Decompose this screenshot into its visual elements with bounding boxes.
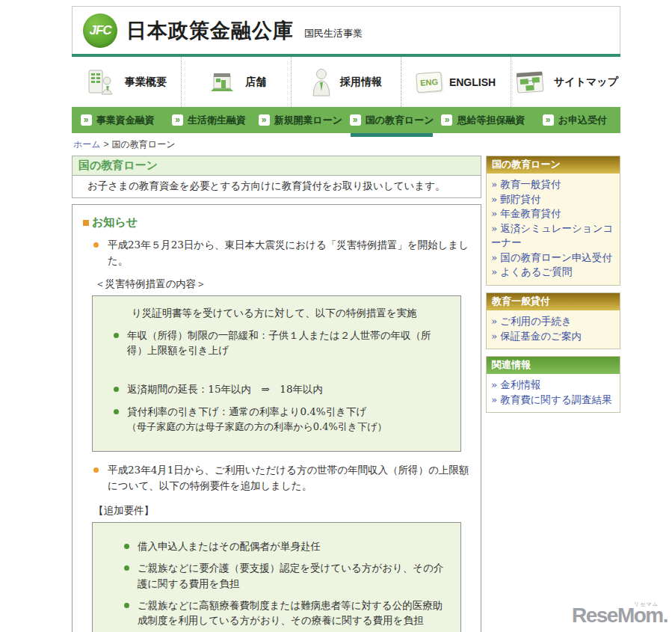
main-nav-label: 国の教育ローン [366, 114, 434, 127]
green-bullet-icon [124, 544, 129, 549]
main-nav-new-business-loans[interactable]: » 新規開業ローン [255, 107, 346, 133]
news-box: お知らせ 平成23年５月23日から、東日本大震災における「災害特例措置」を開始し… [72, 204, 481, 632]
sidebar-link-faq[interactable]: »よくあるご質問 [491, 265, 615, 280]
section-title: ＜災害特例措置の内容＞ [95, 277, 470, 291]
double-chevron-icon: » [491, 330, 497, 342]
sidebar-link-loan-application[interactable]: »国の教育ローン申込受付 [491, 251, 615, 266]
measure-item: 貸付利率の引き下げ：通常の利率より0.4%引き下げ （母子家庭の方は母子家庭の方… [114, 404, 450, 435]
section-title: 【追加要件】 [93, 504, 470, 518]
double-chevron-icon: » [259, 114, 270, 126]
site-header: JFC 日本政策金融公庫 国民生活事業 [72, 6, 620, 54]
requirement-item: ご親族などに要介護（要支援）認定を受けている方がおり、その介護に関する費用を負担 [124, 560, 450, 591]
requirement-text: ご親族などに高額療養費制度または難病患者等に対する公的医療助成制度を利用している… [138, 598, 450, 628]
requirement-text: ご親族などに要介護（要支援）認定を受けている方がおり、その介護に関する費用を負担 [138, 560, 450, 591]
measure-text: 年収（所得）制限の一部緩和：子供１人または２人世帯の年収（所得）上限額を引き上げ [127, 328, 450, 358]
content-area: JFC 日本政策金融公庫 国民生活事業 事 [72, 0, 620, 632]
main-nav-label: お申込受付 [558, 114, 607, 127]
sidebar-link-repayment-simulation[interactable]: »返済シミュレーションコーナー [491, 221, 615, 251]
requirements-box: 借入申込人またはその配偶者が単身赴任 ご親族などに要介護（要支援）認定を受けてい… [92, 522, 461, 632]
sidebar-box-related-info: 関連情報 »金利情報 »教育費に関する調査結果 [486, 356, 620, 413]
sitemap-icon [514, 69, 546, 96]
utility-nav: 事業概要 店舗 [72, 57, 620, 107]
notice-text: 平成23年５月23日から、東日本大震災における「災害特例措置」を開始しました。 [108, 237, 470, 269]
store-icon [206, 67, 238, 97]
double-chevron-icon: » [81, 114, 92, 126]
requirement-item: 借入申込人またはその配偶者が単身赴任 [124, 539, 450, 553]
green-bullet-icon [114, 409, 119, 414]
double-chevron-icon: » [441, 114, 452, 126]
utility-nav-english[interactable]: ENG ENGLISH [401, 57, 511, 107]
page: JFC 日本政策金融公庫 国民生活事業 事 [0, 0, 672, 632]
square-bullet-icon [83, 220, 89, 226]
double-chevron-icon: » [491, 207, 497, 219]
sidebar-box-title: 国の教育ローン [487, 156, 620, 174]
notice-text: 平成23年4月1日から、ご利用いただける方の世帯の年間収入（所得）の上限額につい… [108, 462, 470, 494]
utility-nav-sitemap[interactable]: サイトマップ [511, 57, 620, 107]
jfc-logo-text: JFC [89, 23, 111, 38]
watermark-ruby: リセマム [634, 601, 659, 608]
utility-nav-label: サイトマップ [554, 76, 618, 89]
sidebar-link-education-general[interactable]: »教育一般貸付 [491, 177, 615, 192]
sidebar-box-title: 関連情報 [487, 357, 620, 374]
green-bullet-icon [124, 603, 129, 608]
main-nav-label: 新規開業ローン [274, 114, 343, 127]
main-nav-education-loan[interactable]: » 国の教育ローン [346, 107, 437, 133]
requirement-item: ご親族などに高額療養費制度または難病患者等に対する公的医療助成制度を利用している… [124, 598, 450, 628]
person-icon [310, 67, 333, 97]
utility-nav-label: ENGLISH [449, 76, 496, 88]
main-nav-label: 事業資金融資 [96, 114, 155, 127]
measure-item: 返済期間の延長：15年以内 ⇒ 18年以内 [114, 381, 450, 396]
green-bullet-icon [124, 565, 129, 571]
utility-nav-stores[interactable]: 店舗 [182, 57, 292, 107]
breadcrumb-home-link[interactable]: ホーム [73, 139, 101, 150]
site-title: 日本政策金融公庫 [126, 17, 294, 44]
double-chevron-icon: » [350, 114, 361, 126]
breadcrumb-current: 国の教育ローン [112, 139, 176, 150]
sidebar-link-pension-education[interactable]: »年金教育貸付 [491, 206, 615, 221]
sidebar-box-title: 教育一般貸付 [487, 293, 620, 310]
utility-nav-recruit[interactable]: 採用情報 [292, 57, 401, 107]
measure-subtext: （母子家庭の方は母子家庭の方の利率から0.4%引き下げ） [127, 421, 386, 432]
sidebar-link-postal-savings[interactable]: »郵貯貸付 [491, 192, 615, 207]
sidebar-link-procedures[interactable]: »ご利用の手続き [491, 314, 615, 329]
utility-nav-label: 店舗 [245, 76, 266, 89]
utility-nav-business-overview[interactable]: 事業概要 [72, 57, 182, 107]
main-nav-label: 恩給等担保融資 [457, 114, 525, 127]
double-chevron-icon: » [491, 222, 497, 234]
double-chevron-icon: » [491, 378, 497, 390]
jfc-logo-icon[interactable]: JFC [83, 13, 117, 48]
notice-item: 平成23年５月23日から、東日本大震災における「災害特例措置」を開始しました。 [93, 237, 470, 269]
page-intro: お子さまの教育資金を必要とする方向けに教育貸付をお取り扱いしています。 [72, 175, 481, 198]
measure-item: 年収（所得）制限の一部緩和：子供１人または２人世帯の年収（所得）上限額を引き上げ [114, 328, 450, 358]
eng-badge-icon: ENG [416, 71, 443, 92]
notice-item: 平成23年4月1日から、ご利用いただける方の世帯の年間収入（所得）の上限額につい… [93, 462, 470, 494]
sidebar: 国の教育ローン »教育一般貸付 »郵貯貸付 »年金教育貸付 »返済シミュレーショ… [486, 156, 620, 420]
requirement-text: 借入申込人またはその配偶者が単身赴任 [138, 539, 321, 553]
double-chevron-icon: » [491, 193, 497, 205]
main-column: 国の教育ローン お子さまの教育資金を必要とする方向けに教育貸付をお取り扱いしてい… [72, 156, 481, 632]
double-chevron-icon: » [172, 114, 183, 126]
main-nav-sanitation-loans[interactable]: » 生活衛生融資 [163, 107, 254, 133]
main-nav-business-funds[interactable]: » 事業資金融資 [72, 107, 163, 133]
main-nav-label: 生活衛生融資 [188, 114, 246, 127]
utility-nav-label: 事業概要 [125, 76, 167, 89]
sidebar-link-guarantee-fund[interactable]: »保証基金のご案内 [491, 329, 615, 344]
double-chevron-icon: » [491, 178, 497, 190]
sidebar-link-education-cost-survey[interactable]: »教育費に関する調査結果 [491, 393, 615, 408]
main-nav-application[interactable]: » お申込受付 [529, 107, 620, 133]
resemom-watermark: リセマム ReseMom. [572, 604, 668, 628]
main-nav-pension-secured-loans[interactable]: » 恩給等担保融資 [437, 107, 528, 133]
site-subtitle: 国民生活事業 [304, 27, 363, 40]
sidebar-box-general-loan: 教育一般貸付 »ご利用の手続き »保証基金のご案内 [486, 292, 620, 349]
orange-bullet-icon [93, 467, 99, 473]
measures-box: り災証明書等を受けている方に対して、以下の特例措置を実施 年収（所得）制限の一部… [92, 295, 461, 452]
double-chevron-icon: » [491, 315, 497, 327]
green-bullet-icon [114, 387, 119, 392]
double-chevron-icon: » [491, 393, 497, 405]
sidebar-link-interest-rates[interactable]: »金利情報 [491, 378, 615, 393]
breadcrumb: ホーム>国の教育ローン [72, 133, 620, 156]
measure-text: 返済期間の延長：15年以内 ⇒ 18年以内 [127, 381, 323, 396]
double-chevron-icon: » [491, 251, 497, 263]
measure-text: 貸付利率の引き下げ：通常の利率より0.4%引き下げ （母子家庭の方は母子家庭の方… [127, 404, 386, 435]
double-chevron-icon: » [491, 266, 497, 277]
